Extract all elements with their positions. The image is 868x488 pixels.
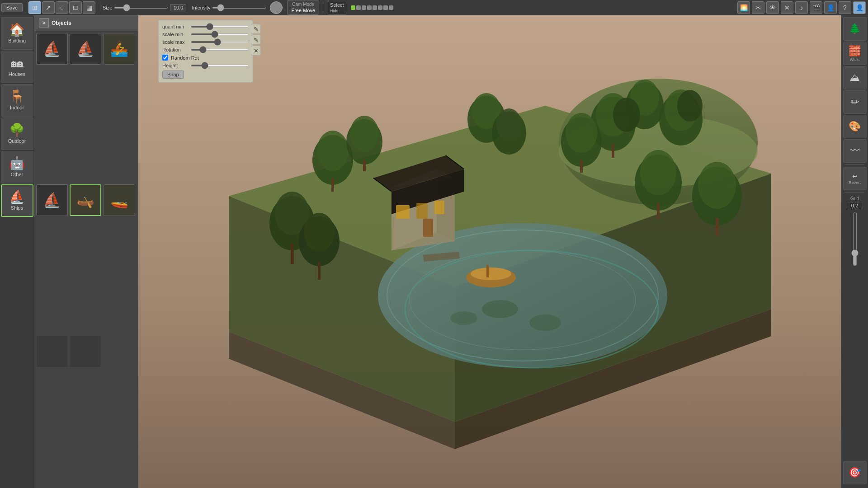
trees-icon: 🌲 <box>849 23 861 35</box>
tool-cross[interactable]: ✕ <box>781 1 793 14</box>
outdoor-icon: 🌳 <box>9 124 25 136</box>
right-btn-trees[interactable]: 🌲 <box>843 17 867 41</box>
grid-value: 0.2 <box>847 202 863 209</box>
height-slider[interactable] <box>191 65 249 66</box>
grid-slider[interactable] <box>850 212 859 266</box>
quant-min-label: quant min <box>162 24 189 29</box>
rotation-slider[interactable] <box>191 49 249 51</box>
right-btn-pencil[interactable]: ✏ <box>843 90 867 114</box>
svg-point-64 <box>450 311 477 325</box>
tool-eye[interactable]: 👁 <box>766 1 779 14</box>
prop-icon-3[interactable]: ✕ <box>251 46 261 56</box>
outdoor-label: Outdoor <box>8 138 26 144</box>
tool-select[interactable]: ↗ <box>42 1 55 14</box>
building-label: Building <box>8 38 26 43</box>
category-indoor[interactable]: 🪑 Indoor <box>1 84 33 117</box>
cam-mode-label: Cam Mode <box>291 1 315 7</box>
category-building[interactable]: 🏠 Building <box>1 17 33 50</box>
prop-panel-icons: ✎ ✎ ✕ <box>251 24 261 56</box>
right-btn-walls[interactable]: 🧱 Walls <box>843 42 867 65</box>
intensity-color-swatch[interactable] <box>270 1 283 14</box>
object-thumb-boat3[interactable]: 🚤 <box>104 184 135 216</box>
svg-rect-31 <box>416 203 428 219</box>
other-icon: 🤖 <box>9 157 25 170</box>
svg-rect-55 <box>657 203 660 219</box>
tool-help[interactable]: ? <box>839 1 851 14</box>
dot-8 <box>389 5 393 10</box>
quant-min-slider[interactable] <box>191 26 249 28</box>
intensity-control: Intensity <box>192 1 283 14</box>
right-btn-mountain[interactable]: ⛰ <box>843 66 867 89</box>
scale-max-row: scale max <box>162 39 249 45</box>
category-other[interactable]: 🤖 Other <box>1 151 33 183</box>
objects-panel: > Objects ⛵ ⛵ 🚣 ⛵ 🛶 🚤 <box>34 15 138 488</box>
tool-camera[interactable]: 🎬 <box>810 1 822 14</box>
svg-rect-69 <box>318 262 321 280</box>
scale-max-slider[interactable] <box>191 41 249 43</box>
random-rot-row: Random Rot <box>162 55 249 61</box>
scale-min-label: scale min <box>162 32 189 37</box>
svg-rect-41 <box>612 144 614 158</box>
prop-icon-2[interactable]: ✎ <box>251 35 261 45</box>
grid-control: Grid 0.2 <box>847 196 863 266</box>
indoor-icon: 🪑 <box>9 90 25 103</box>
scale-min-slider[interactable] <box>191 33 249 35</box>
wave-icon: 〰 <box>850 145 860 157</box>
random-rot-checkbox[interactable] <box>162 55 168 61</box>
cam-mode-box: Cam Mode Free Move <box>287 0 319 15</box>
save-button[interactable]: Save <box>1 3 23 12</box>
category-houses[interactable]: 🏘 Houses <box>1 51 33 83</box>
boat2-icon: 🛶 <box>76 192 94 209</box>
tool-scissors[interactable]: ✂ <box>752 1 764 14</box>
tool-grid[interactable]: ⊟ <box>69 1 82 14</box>
toolbar-divider-3 <box>323 2 323 13</box>
svg-point-57 <box>613 98 640 132</box>
right-btn-paint[interactable]: 🎨 <box>843 115 867 138</box>
object-thumb-ship2[interactable]: ⛵ <box>70 33 101 65</box>
category-ships[interactable]: ⛵ Ships <box>1 184 33 217</box>
tool-terrain[interactable]: ▦ <box>83 1 95 14</box>
right-btn-revert[interactable]: ↩ Revert <box>843 167 867 190</box>
panel-title: Objects <box>52 20 71 26</box>
snap-button[interactable]: Snap <box>162 70 184 79</box>
category-outdoor[interactable]: 🌳 Outdoor <box>1 117 33 150</box>
prop-icon-1[interactable]: ✎ <box>251 24 261 34</box>
scale-max-label: scale max <box>162 39 189 45</box>
object-thumb-ship3[interactable]: ⛵ <box>36 184 68 216</box>
houses-icon: 🏘 <box>11 57 24 70</box>
boat3-icon: 🚤 <box>110 192 128 209</box>
svg-rect-44 <box>580 160 583 173</box>
object-thumb-boat2[interactable]: 🛶 <box>70 184 101 216</box>
bottom-icon-btn[interactable]: 🎯 <box>843 461 867 484</box>
size-slider[interactable] <box>114 7 168 9</box>
viewport-canvas[interactable] <box>138 15 841 488</box>
viewport[interactable] <box>138 15 841 488</box>
revert-icon: ↩ <box>852 173 858 180</box>
svg-point-58 <box>677 90 703 122</box>
toolbar-divider-2 <box>98 2 98 13</box>
objects-grid: ⛵ ⛵ 🚣 ⛵ 🛶 🚤 <box>34 31 138 488</box>
size-value: 10.0 <box>170 4 186 11</box>
tool-music[interactable]: ♪ <box>795 1 808 14</box>
tool-person[interactable]: 👤 <box>824 1 837 14</box>
intensity-slider[interactable] <box>212 7 266 9</box>
tool-profile[interactable]: 👤 <box>853 1 866 14</box>
tool-circle[interactable]: ○ <box>56 1 68 14</box>
grid-label: Grid <box>850 196 859 201</box>
rotation-label: Rotation <box>162 47 189 52</box>
tool-move[interactable]: ⊞ <box>28 1 41 14</box>
tool-sun[interactable]: 🌅 <box>737 1 750 14</box>
ship2-icon: ⛵ <box>76 40 94 57</box>
revert-label: Revert <box>849 180 861 185</box>
svg-point-53 <box>496 108 522 141</box>
svg-point-63 <box>529 314 561 331</box>
right-btn-wave[interactable]: 〰 <box>843 139 867 163</box>
paint-icon: 🎨 <box>849 121 861 132</box>
object-thumb-ship1[interactable]: ⛵ <box>36 33 68 65</box>
panel-toggle[interactable]: > <box>39 18 49 28</box>
ships-label: Ships <box>11 205 24 211</box>
svg-rect-35 <box>331 178 334 192</box>
mountain-icon: ⛰ <box>850 72 860 84</box>
object-thumb-boat1[interactable]: 🚣 <box>104 33 135 65</box>
dot-3 <box>362 5 366 10</box>
